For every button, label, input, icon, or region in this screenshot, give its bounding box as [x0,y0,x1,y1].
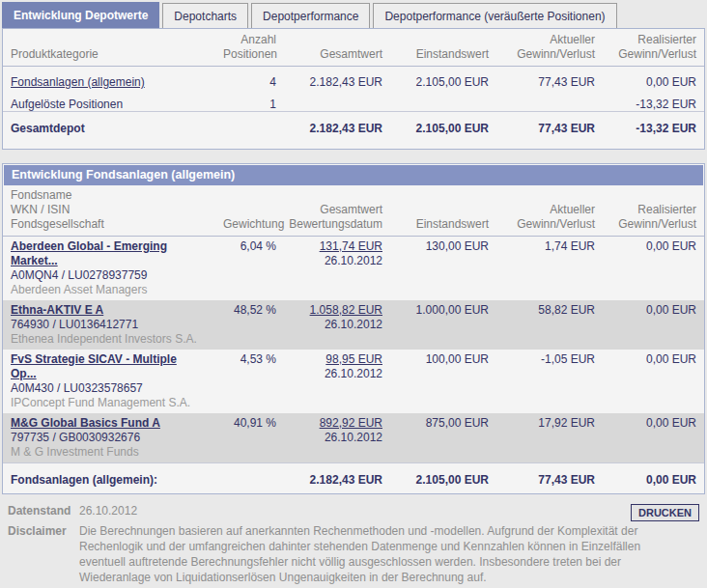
cell-gewichtung [223,463,276,494]
table-row: Fondsanlagen (allgemein) 4 2.182,43 EUR … [3,67,704,90]
cell-total-label: Fondsanlagen (allgemein): [3,463,223,494]
cell-total-label: Gesamtdepot [3,112,223,142]
header-fondsname-wkn-isin: Fondsname WKN / ISIN Fondsgesellschaft [3,186,223,237]
bewertungsdatum: 26.10.2012 [276,254,382,268]
cell-gewichtung: 40,91 % [223,413,276,463]
header-gesamtwert: Gesamtwert [276,33,382,67]
cell-gesamtwert: 2.182,43 EUR [276,112,382,142]
header-gesamtwert-bewertungsdatum: Gesamtwert Bewertungsdatum [276,186,382,237]
header-einstandswert: Einstandswert [382,186,489,237]
fund-row: Aberdeen Global - Emerging Market... A0M… [3,237,704,301]
cell-aktueller: 17,92 EUR [489,413,595,463]
tab-entwicklung-depotwerte[interactable]: Entwicklung Depotwerte [2,2,159,28]
fund-company: IPConcept Fund Management S.A. [11,396,223,410]
fund-name-link[interactable]: Ethna-AKTIV E A [11,303,103,318]
cell-realisierter: 0,00 EUR [595,300,704,350]
disclaimer-label: Disclaimer [8,523,79,588]
fund-name-link[interactable]: Aberdeen Global - Emerging Market... [11,239,194,268]
cell-category: Fondsanlagen (allgemein) [3,67,223,90]
cell-gesamtwert: 131,74 EUR 26.10.2012 [276,237,382,301]
cell-realisierter: -13,32 EUR [595,89,704,112]
depot-overview-table: Produktkategorie Anzahl Positionen Gesam… [3,33,704,141]
gesamtwert-link[interactable]: 892,92 EUR [320,416,382,430]
fund-name-link[interactable]: FvS Strategie SICAV - Multiple Op... [11,352,194,381]
cell-gesamtwert: 2.182,43 EUR [276,463,382,494]
funds-detail-panel: Entwicklung Fondsanlagen (allgemein) Fon… [2,163,705,494]
tab-depotperformance-veraeusserte-positionen[interactable]: Depotperformance (veräußerte Positionen) [373,3,616,28]
gesamtwert-link[interactable]: 1.058,82 EUR [310,303,382,317]
header-produktkategorie: Produktkategorie [3,33,223,67]
cell-einstandswert: 875,00 EUR [382,413,489,463]
tab-depotcharts[interactable]: Depotcharts [162,3,248,28]
cell-gewichtung: 48,52 % [223,300,276,350]
gesamtdepot-total-row: Gesamtdepot 2.182,43 EUR 2.105,00 EUR 77… [3,112,704,142]
bewertungsdatum: 26.10.2012 [276,367,382,381]
cell-category: Aufgelöste Positionen [3,89,223,112]
cell-gesamtwert: 1.058,82 EUR 26.10.2012 [276,300,382,350]
disclaimer-row: Disclaimer Die Berechnungen basieren auf… [8,523,699,588]
fund-company: Ethenea Independent Investors S.A. [11,332,223,347]
cell-gesamtwert: 892,92 EUR 26.10.2012 [276,413,382,463]
cell-fund-identity: Ethna-AKTIV E A 764930 / LU0136412771 Et… [3,300,223,350]
cell-einstandswert: 100,00 EUR [382,350,489,413]
section-title: Entwicklung Fondsanlagen (allgemein) [4,165,703,185]
cell-einstandswert: 1.000,00 EUR [382,300,489,350]
cell-aktueller: 77,43 EUR [489,67,595,90]
header-anzahl-positionen: Anzahl Positionen [223,33,276,67]
cell-aktueller: 77,43 EUR [489,463,595,494]
cell-gewichtung: 4,53 % [223,350,276,413]
funds-table: Fondsname WKN / ISIN Fondsgesellschaft G… [3,186,704,493]
table-row: Aufgelöste Positionen 1 -13,32 EUR [3,89,704,112]
cell-einstandswert: 2.105,00 EUR [382,112,489,142]
cell-einstandswert: 2.105,00 EUR [382,67,489,90]
tab-bar: Entwicklung Depotwerte Depotcharts Depot… [0,0,707,28]
cell-aktueller: 58,82 EUR [489,300,595,350]
cell-realisierter: 0,00 EUR [595,237,704,301]
cell-einstandswert: 130,00 EUR [382,237,489,301]
fund-company: M & G Investment Funds [11,445,223,460]
fund-wkn-isin: 764930 / LU0136412771 [11,318,223,332]
depot-overview-panel: Produktkategorie Anzahl Positionen Gesam… [2,28,705,150]
header-realisierter-gewinn-verlust: Realisierter Gewinn/Verlust [595,33,704,67]
cell-gewichtung: 6,04 % [223,237,276,301]
fund-wkn-isin: A0M430 / LU0323578657 [11,381,223,396]
fund-row: M&G Global Basics Fund A 797735 / GB0030… [3,413,704,463]
cell-aktueller: -1,05 EUR [489,350,595,413]
cell-realisierter: 0,00 EUR [595,413,704,463]
fund-row: Ethna-AKTIV E A 764930 / LU0136412771 Et… [3,300,704,350]
cell-gesamtwert: 98,95 EUR 26.10.2012 [276,350,382,413]
fund-row: FvS Strategie SICAV - Multiple Op... A0M… [3,350,704,413]
cell-fund-identity: Aberdeen Global - Emerging Market... A0M… [3,237,223,301]
cell-anzahl: 4 [223,67,276,90]
bewertungsdatum: 26.10.2012 [276,431,382,445]
funds-table-header-row: Fondsname WKN / ISIN Fondsgesellschaft G… [3,186,704,237]
cell-fund-identity: M&G Global Basics Fund A 797735 / GB0030… [3,413,223,463]
header-einstandswert: Einstandswert [382,33,489,67]
cell-realisierter: -13,32 EUR [595,112,704,142]
header-aktueller-gewinn-verlust: Aktueller Gewinn/Verlust [489,33,595,67]
print-button[interactable]: DRUCKEN [631,504,699,521]
datenstand-value: 26.10.2012 [79,503,137,518]
tab-depotperformance[interactable]: Depotperformance [251,3,370,28]
header-gewichtung: Gewichtung [223,186,276,237]
fund-wkn-isin: A0MQN4 / LU0278937759 [11,268,223,283]
header-realisierter-gewinn-verlust: Realisierter Gewinn/Verlust [595,186,704,237]
gesamtwert-link[interactable]: 131,74 EUR [320,239,382,253]
cell-realisierter: 0,00 EUR [595,67,704,90]
cell-aktueller: 77,43 EUR [489,112,595,142]
gesamtwert-link[interactable]: 98,95 EUR [325,352,382,366]
footer: DRUCKEN Datenstand 26.10.2012 Disclaimer… [0,494,707,588]
bewertungsdatum: 26.10.2012 [276,318,382,332]
cell-realisierter: 0,00 EUR [595,350,704,413]
cell-anzahl [223,112,276,142]
datenstand-label: Datenstand [8,503,79,518]
fondsanlagen-allgemein-link[interactable]: Fondsanlagen (allgemein) [11,75,145,89]
cell-realisierter: 0,00 EUR [595,463,704,494]
cell-einstandswert [382,89,489,112]
cell-einstandswert: 2.105,00 EUR [382,463,489,494]
disclaimer-paragraph: Die Berechnungen basieren auf anerkannte… [79,523,647,585]
fund-company: Aberdeen Asset Managers [11,283,223,297]
cell-gesamtwert: 2.182,43 EUR [276,67,382,90]
fund-name-link[interactable]: M&G Global Basics Fund A [11,416,160,431]
header-aktueller-gewinn-verlust: Aktueller Gewinn/Verlust [489,186,595,237]
